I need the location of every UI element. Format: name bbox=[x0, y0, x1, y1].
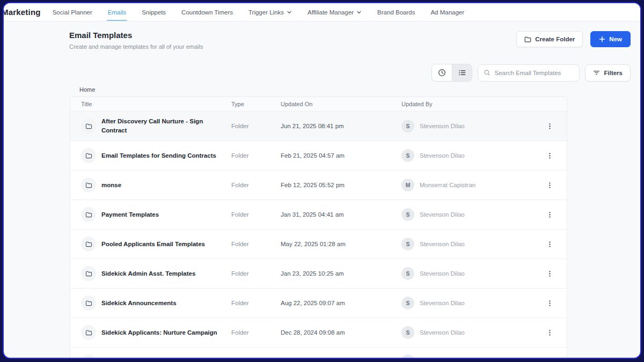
row-updated-on: Jun 21, 2025 08:41 pm bbox=[281, 123, 401, 129]
table-row[interactable]: Sidekick Admin Asst. Templates Folder Ja… bbox=[70, 259, 567, 289]
list-icon bbox=[458, 69, 466, 77]
avatar: S bbox=[401, 120, 414, 132]
table-row[interactable]: monse Folder Feb 12, 2025 05:52 pm M Mon… bbox=[70, 171, 567, 200]
header-actions: Create Folder New bbox=[516, 31, 631, 47]
row-updated-on: May 22, 2025 01:28 am bbox=[281, 241, 401, 247]
marketing-top-nav: Marketing Social Planner Emails Snippets… bbox=[4, 3, 640, 21]
nav-item-label: Brand Boards bbox=[377, 9, 415, 16]
row-type: Folder bbox=[231, 300, 281, 306]
kebab-icon bbox=[546, 329, 553, 336]
row-updated-on: Jan 31, 2025 04:41 am bbox=[281, 211, 401, 218]
marketing-brand-title: Marketing bbox=[3, 8, 41, 17]
nav-item[interactable]: Countdown Timers bbox=[181, 3, 233, 21]
clock-icon bbox=[438, 69, 446, 77]
avatar: S bbox=[401, 238, 414, 250]
nav-item[interactable]: Ad Manager bbox=[430, 3, 464, 21]
row-type: Folder bbox=[231, 123, 281, 129]
column-header-title: Title bbox=[70, 101, 231, 107]
table-row[interactable]: Pooled Applicants Email Templates Folder… bbox=[70, 230, 567, 259]
folder-icon bbox=[81, 119, 96, 134]
row-updated-by: Stevenson Dilao bbox=[420, 152, 465, 159]
kebab-icon bbox=[546, 270, 553, 277]
plus-icon bbox=[599, 36, 605, 42]
nav-item[interactable]: Snippets bbox=[142, 3, 166, 21]
row-updated-by: Stevenson Dilao bbox=[420, 211, 465, 218]
row-type: Folder bbox=[231, 241, 281, 247]
row-actions-menu-button[interactable] bbox=[537, 123, 567, 130]
row-actions-menu-button[interactable] bbox=[537, 182, 567, 189]
row-type: Folder bbox=[231, 182, 281, 188]
kebab-icon bbox=[546, 241, 553, 248]
app-window: Marketing Social Planner Emails Snippets… bbox=[3, 2, 641, 359]
row-title: Email Templates for Sending Contracts bbox=[101, 151, 216, 160]
row-actions-menu-button[interactable] bbox=[537, 211, 567, 218]
row-actions-menu-button[interactable] bbox=[537, 152, 567, 159]
breadcrumb: Home bbox=[79, 86, 95, 93]
row-type: Folder bbox=[231, 211, 281, 218]
nav-item-label: Social Planner bbox=[53, 9, 92, 16]
row-updated-on: Dec 28, 2024 09:08 am bbox=[281, 329, 401, 336]
folder-icon bbox=[81, 295, 96, 311]
row-title: Payment Templates bbox=[101, 210, 159, 219]
list-view-button[interactable] bbox=[452, 64, 472, 81]
row-title: monse bbox=[101, 181, 121, 190]
search-box bbox=[478, 64, 580, 82]
table-row-partial[interactable] bbox=[70, 348, 567, 359]
new-button[interactable]: New bbox=[590, 31, 631, 47]
breadcrumb-home[interactable]: Home bbox=[79, 86, 95, 93]
table-row[interactable]: Email Templates for Sending Contracts Fo… bbox=[70, 141, 567, 171]
row-type: Folder bbox=[231, 329, 281, 336]
nav-item-label: Snippets bbox=[142, 9, 166, 16]
row-actions-menu-button[interactable] bbox=[537, 300, 567, 307]
nav-tabs: Social Planner Emails Snippets Countdown… bbox=[53, 3, 464, 21]
avatar: S bbox=[401, 297, 414, 309]
avatar: S bbox=[401, 149, 414, 162]
folder-icon bbox=[81, 237, 96, 252]
nav-item[interactable]: Social Planner bbox=[53, 3, 92, 21]
row-updated-on: Feb 12, 2025 05:52 pm bbox=[281, 182, 401, 188]
avatar bbox=[401, 354, 414, 359]
folder-icon bbox=[81, 178, 96, 193]
row-updated-by: Stevenson Dilao bbox=[420, 241, 465, 247]
row-actions-menu-button[interactable] bbox=[537, 241, 567, 248]
create-folder-button[interactable]: Create Folder bbox=[516, 31, 583, 47]
row-actions-menu-button[interactable] bbox=[537, 329, 567, 336]
chevron-down-icon bbox=[287, 9, 292, 15]
row-actions-menu-button[interactable] bbox=[537, 270, 567, 277]
folder-icon bbox=[81, 266, 96, 281]
folder-icon bbox=[81, 207, 96, 222]
table-row[interactable]: Sidekick Announcements Folder Aug 22, 20… bbox=[70, 289, 567, 318]
nav-item-label: Trigger Links bbox=[248, 9, 284, 16]
row-title: Sidekick Applicants: Nurture Campaign bbox=[101, 328, 217, 337]
table-header-row: Title Type Updated On Updated By bbox=[70, 97, 567, 112]
recent-view-button[interactable] bbox=[432, 64, 452, 81]
toolbar: Filters bbox=[431, 64, 631, 82]
avatar: S bbox=[401, 208, 414, 221]
page-subtitle: Create and manage templates for all of y… bbox=[69, 43, 203, 50]
table-row[interactable]: After Discovery Call Nurture - Sign Cont… bbox=[70, 112, 567, 141]
column-header-updated-on: Updated On bbox=[281, 101, 401, 107]
row-updated-by: Monserrat Capistran bbox=[420, 182, 475, 188]
create-folder-label: Create Folder bbox=[535, 36, 575, 42]
row-title: After Discovery Call Nurture - Sign Cont… bbox=[101, 117, 224, 135]
folder-icon bbox=[81, 325, 96, 340]
chevron-down-icon bbox=[356, 9, 362, 15]
row-updated-by: Stevenson Dilao bbox=[420, 270, 465, 277]
row-updated-on: Feb 21, 2025 04:57 am bbox=[281, 152, 401, 159]
table-row[interactable]: Payment Templates Folder Jan 31, 2025 04… bbox=[70, 200, 567, 230]
folder-icon bbox=[81, 354, 96, 359]
table-row[interactable]: Sidekick Applicants: Nurture Campaign Fo… bbox=[70, 318, 567, 348]
avatar: M bbox=[401, 179, 414, 191]
search-input[interactable] bbox=[494, 70, 574, 76]
nav-item[interactable]: Affiliate Manager bbox=[308, 3, 362, 21]
kebab-icon bbox=[546, 152, 553, 159]
row-type: Folder bbox=[231, 152, 281, 159]
nav-item[interactable]: Trigger Links bbox=[248, 3, 292, 21]
filters-button[interactable]: Filters bbox=[585, 64, 631, 82]
kebab-icon bbox=[546, 182, 553, 189]
row-updated-on: Jan 23, 2025 10:25 am bbox=[281, 270, 401, 277]
nav-item[interactable]: Brand Boards bbox=[377, 3, 415, 21]
kebab-icon bbox=[546, 211, 553, 218]
row-updated-on: Aug 22, 2025 09:07 am bbox=[281, 300, 401, 306]
nav-item[interactable]: Emails bbox=[108, 3, 127, 21]
